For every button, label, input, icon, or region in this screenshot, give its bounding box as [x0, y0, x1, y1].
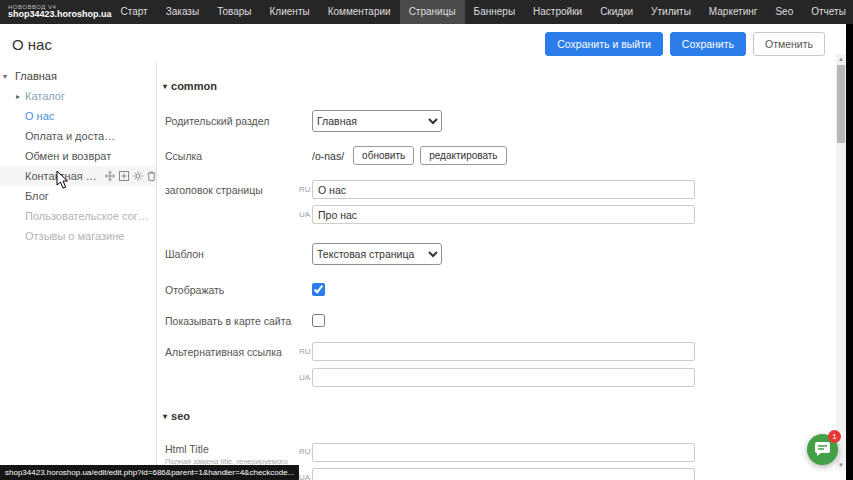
section-seo-header[interactable]: ▾ seo: [163, 410, 190, 422]
chat-bubble-icon: [814, 442, 831, 457]
sidebar-item-exchange-return[interactable]: Обмен и возврат: [0, 146, 156, 166]
sidebar-item-catalog[interactable]: ▸ Каталог: [0, 86, 156, 106]
scrollbar-thumb[interactable]: [837, 65, 845, 143]
chat-widget-button[interactable]: 1: [807, 434, 838, 465]
lang-ru-label: RU: [299, 347, 312, 356]
section-common-header[interactable]: ▾ common: [163, 80, 217, 92]
page-title-label: заголовок страницы: [165, 184, 299, 196]
scroll-up-arrow[interactable]: ▲: [836, 54, 846, 64]
html-title-label-block: Html Title Полная замена title, генериру…: [165, 443, 299, 466]
sidebar-item-payment-delivery[interactable]: Оплата и доставка: [0, 126, 156, 146]
main-menu: Старт Заказы Товары Клиенты Комментарии …: [112, 0, 853, 24]
parent-section-select[interactable]: Главная: [312, 110, 442, 132]
html-title-ua-input[interactable]: [312, 468, 695, 480]
page-edit-form: ▾ common Родительский раздел Главная Ссы…: [157, 62, 836, 480]
html-title-ru-row: Html Title Полная замена title, генериру…: [165, 443, 695, 466]
parent-section-label: Родительский раздел: [165, 115, 299, 127]
template-label: Шаблон: [165, 248, 299, 260]
display-checkbox[interactable]: [312, 283, 325, 296]
html-title-label: Html Title: [165, 443, 299, 455]
move-icon[interactable]: [105, 171, 115, 181]
lang-ru-label: RU: [299, 447, 312, 456]
menu-item-start[interactable]: Старт: [112, 0, 157, 24]
menu-item-comments[interactable]: Комментарии: [319, 0, 400, 24]
link-label: Ссылка: [165, 150, 299, 162]
sidebar-item-contact-info[interactable]: Контактная инфор: [0, 166, 156, 186]
menu-item-marketing[interactable]: Маркетинг: [700, 0, 767, 24]
page-title-ua-input[interactable]: [312, 205, 695, 224]
vertical-scrollbar[interactable]: ▲ ▼: [836, 54, 846, 470]
display-label: Отображать: [165, 284, 299, 296]
page-header: О нас Сохранить и выйти Сохранить Отмени…: [0, 24, 837, 64]
menu-item-seo[interactable]: Seo: [766, 0, 802, 24]
menu-item-products[interactable]: Товары: [208, 0, 260, 24]
sitemap-checkbox[interactable]: [312, 314, 325, 327]
save-and-exit-button[interactable]: Сохранить и выйти: [545, 32, 663, 56]
alt-link-ua-row: UA: [165, 368, 695, 387]
template-row: Шаблон Текстовая страница: [165, 243, 442, 265]
chevron-right-icon[interactable]: ▸: [16, 92, 26, 101]
lang-ru-label: RU: [299, 185, 312, 194]
scroll-down-arrow[interactable]: ▼: [836, 460, 846, 470]
sidebar-item-home[interactable]: ▾ Главная: [0, 66, 156, 86]
link-value: /o-nas/: [312, 150, 344, 162]
cancel-button[interactable]: Отменить: [753, 32, 825, 56]
menu-item-orders[interactable]: Заказы: [157, 0, 208, 24]
menu-item-pages[interactable]: Страницы: [400, 0, 465, 24]
sidebar-item-about[interactable]: О нас: [0, 106, 156, 126]
alt-link-label: Альтернативная ссылка: [165, 346, 299, 358]
page-title-ru-row: заголовок страницы RU: [165, 180, 695, 199]
menu-item-reports[interactable]: Отчеты: [802, 0, 853, 24]
screen-edge-strip: [846, 24, 853, 480]
alt-link-ua-input[interactable]: [312, 368, 695, 387]
sidebar-item-store-reviews[interactable]: Отзывы о магазине: [0, 226, 156, 246]
link-edit-button[interactable]: редактировать: [420, 146, 506, 165]
brand[interactable]: НОВОВВОД V4 shop34423.horoshop.ua: [0, 4, 112, 20]
page-title: О нас: [12, 36, 52, 53]
link-update-button[interactable]: обновить: [353, 146, 414, 165]
lang-ua-label: UA: [299, 373, 312, 382]
link-preview-statusbar: shop34423.horoshop.ua/edit/edit.php?id=6…: [0, 465, 299, 480]
menu-item-discounts[interactable]: Скидки: [591, 0, 642, 24]
sidebar-item-blog[interactable]: Блог: [0, 186, 156, 206]
chat-unread-badge: 1: [828, 430, 841, 443]
menu-item-utilities[interactable]: Утилиты: [642, 0, 700, 24]
header-buttons: Сохранить и выйти Сохранить Отменить: [545, 32, 825, 56]
chevron-down-icon: ▾: [163, 412, 167, 421]
sitemap-row: Показывать в карте сайта: [165, 314, 325, 327]
menu-item-settings[interactable]: Настройки: [524, 0, 591, 24]
chevron-down-icon: ▾: [163, 82, 167, 91]
html-title-ru-input[interactable]: [312, 443, 695, 462]
chevron-down-icon[interactable]: ▾: [3, 72, 13, 81]
brand-domain: shop34423.horoshop.ua: [8, 10, 112, 19]
page-title-ru-input[interactable]: [312, 180, 695, 199]
sitemap-label: Показывать в карте сайта: [165, 315, 299, 327]
save-button[interactable]: Сохранить: [670, 32, 746, 56]
link-row: Ссылка /o-nas/ обновить редактировать: [165, 146, 513, 165]
add-icon[interactable]: [119, 171, 129, 181]
gear-icon[interactable]: [133, 171, 143, 181]
pages-tree-sidebar: ▾ Главная ▸ Каталог О нас Оплата и доста…: [0, 62, 157, 466]
lang-ua-label: UA: [299, 473, 312, 480]
alt-link-ru-input[interactable]: [312, 342, 695, 361]
trash-icon[interactable]: [147, 171, 156, 181]
display-row: Отображать: [165, 283, 325, 296]
menu-item-clients[interactable]: Клиенты: [261, 0, 319, 24]
sidebar-item-user-agreement[interactable]: Пользовательское соглашение: [0, 206, 156, 226]
tree-item-actions: [105, 171, 156, 181]
page-title-ua-row: UA: [165, 205, 695, 224]
alt-link-ru-row: Альтернативная ссылка RU: [165, 342, 695, 361]
menu-item-banners[interactable]: Баннеры: [465, 0, 524, 24]
topbar: НОВОВВОД V4 shop34423.horoshop.ua Старт …: [0, 0, 853, 24]
lang-ua-label: UA: [299, 210, 312, 219]
template-select[interactable]: Текстовая страница: [312, 243, 442, 265]
parent-section-row: Родительский раздел Главная: [165, 110, 442, 132]
